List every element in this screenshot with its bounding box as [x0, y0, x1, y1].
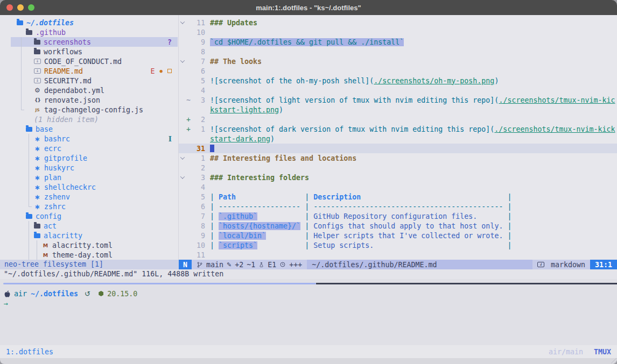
editor-line[interactable]: 6| ------------------- | ---------------… [179, 202, 617, 211]
editor-buffer[interactable]: 11### Updates109`cd $HOME/.dotfiles && g… [179, 15, 617, 260]
editor-line[interactable]: 31 [179, 144, 617, 153]
tree-item-label: alacritty [44, 232, 82, 240]
editor-line[interactable]: 5![screenshot of the oh-my-posh shell](.… [179, 76, 617, 85]
js-icon: JS [34, 106, 41, 113]
line-number: 8 [191, 222, 205, 230]
editor-line[interactable]: 9| `local/bin` | Helper scripts that I'v… [179, 231, 617, 240]
tree-item-renovate.json[interactable]: {}renovate.json [0, 95, 178, 105]
editor-line[interactable]: 5| Path | Description | [179, 192, 617, 202]
tree-item-base[interactable]: base [0, 124, 178, 134]
tree-item-alacritty.toml[interactable]: Malacritty.toml [0, 240, 178, 250]
line-text [205, 145, 617, 153]
tree-item-zshrc[interactable]: ∗zshrc [0, 202, 178, 211]
tree-item-gitprofile[interactable]: ∗gitprofile [0, 153, 178, 163]
line-number: 1 [191, 125, 205, 133]
folder-blue-icon [26, 214, 32, 219]
editor-line[interactable]: 4 [179, 182, 617, 192]
tree-item-code-of-conduct.md[interactable]: ↓CODE_OF_CONDUCT.md [0, 56, 178, 66]
editor-line[interactable]: +1![screenshot of dark version of tmux w… [179, 124, 617, 134]
tree-item-shellcheckrc[interactable]: ∗shellcheckrc [0, 182, 178, 192]
tree-item-ecrc[interactable]: ∗ecrc [0, 144, 178, 153]
tree-item-config[interactable]: config [0, 211, 178, 221]
line-text: kstart-light.png) [205, 106, 617, 114]
editor-line[interactable]: 7## The looks [179, 56, 617, 66]
pane-divider[interactable] [0, 283, 617, 284]
editor-line[interactable]: +2 [179, 115, 617, 124]
editor-line[interactable]: 9`cd $HOME/.dotfiles && git pull && ./in… [179, 37, 617, 47]
shell-prompt: air ~/.dotfiles ↺ 20.15.0 [0, 289, 617, 298]
hostname: air [14, 290, 27, 298]
line-text: ## The looks [205, 58, 617, 66]
tree-item-~-.dotfiles[interactable]: ~/.dotfiles [0, 18, 178, 27]
tree-item-workflows[interactable]: workflows [0, 47, 178, 56]
line-text: ## Interesting files and locations [205, 154, 617, 162]
markdown-icon: ↓ [537, 262, 544, 267]
editor-line[interactable]: 6 [179, 66, 617, 76]
tree-item-label: alacritty.toml [52, 241, 113, 249]
tree-item-screenshots[interactable]: screenshots? [0, 37, 178, 47]
tree-item-huskyrc[interactable]: ∗huskyrc [0, 163, 178, 173]
tree-item-label: bashrc [44, 135, 70, 143]
indent-guide [29, 221, 29, 231]
editor-line[interactable]: 11### Updates [179, 18, 617, 27]
editor-line[interactable]: 7| `.github` | GitHub Repository configu… [179, 211, 617, 221]
editor-line[interactable]: 10| `scripts` | Setup scripts. | [179, 240, 617, 250]
fold-chevron-icon[interactable] [179, 60, 186, 63]
neo-tree-panel: ~/.dotfiles.githubscreenshots?workflows↓… [0, 15, 179, 260]
tree-item-label: workflows [44, 48, 82, 56]
editor-line[interactable]: start-dark.png) [179, 134, 617, 144]
editor-line[interactable]: 11 [179, 250, 617, 260]
tree-item-tag-changelog-config.js[interactable]: JStag-changelog-config.js [0, 105, 178, 115]
editor-line[interactable]: 10 [179, 27, 617, 37]
editor-line[interactable]: 2 [179, 163, 617, 173]
line-number: 11 [191, 19, 205, 27]
tree-item--1-hidden-item-[interactable]: (1 hidden item) [0, 115, 178, 124]
mode-indicator: N [179, 260, 192, 269]
tmux-window-label[interactable]: 1:.dotfiles [6, 348, 53, 356]
star-icon: ∗ [34, 145, 41, 152]
fold-chevron-icon[interactable] [179, 176, 186, 179]
line-number: 8 [191, 48, 205, 56]
indent-guide [21, 47, 22, 56]
tree-item-label: SECURITY.md [44, 77, 92, 85]
neo-tree-status: neo-tree filesystem [1] [0, 260, 179, 269]
line-text: ### Interesting folders [205, 174, 617, 182]
indent-guide [37, 240, 37, 250]
titlebar[interactable]: main:1:.dotfiles - "ks~/.dotfiles" [0, 0, 617, 15]
editor-line[interactable]: kstart-light.png) [179, 105, 617, 115]
statusline: neo-tree filesystem [1] N main ✎ +2 ~1 E… [0, 260, 617, 269]
editor-line[interactable]: 1## Interesting files and locations [179, 153, 617, 163]
editor-line[interactable]: 3### Interesting folders [179, 173, 617, 182]
tree-item-label: act [44, 222, 57, 230]
tmux-right: air/main TMUX [549, 348, 611, 356]
editor-line[interactable]: 8| `hosts/{hostname}/` | Configs that sh… [179, 221, 617, 231]
fold-chevron-icon[interactable] [179, 156, 186, 160]
tree-item-readme.md[interactable]: ↓README.mdE● [0, 66, 178, 76]
tree-item-bashrc[interactable]: ∗bashrcI [0, 134, 178, 144]
tree-item-act[interactable]: act [0, 221, 178, 231]
line-number: 3 [191, 174, 205, 182]
tree-item-security.md[interactable]: ↓SECURITY.md [0, 76, 178, 85]
tree-item-alacritty[interactable]: alacritty [0, 231, 178, 240]
line-text: ![screenshot of the oh-my-posh shell](./… [205, 77, 617, 85]
indent-guide [21, 105, 24, 110]
line-number: 2 [191, 116, 205, 124]
tree-item-dependabot.yml[interactable]: ⚙dependabot.yml [0, 85, 178, 95]
fold-chevron-icon[interactable] [179, 21, 186, 24]
tree-item-.github[interactable]: .github [0, 27, 178, 37]
line-number: 6 [191, 67, 205, 75]
file-path: ~/.dotfiles/.github/README.md [307, 260, 532, 269]
lines-changed: ~1 [247, 261, 255, 269]
window-bottom-strip [0, 358, 617, 364]
editor-line[interactable]: 4 [179, 85, 617, 95]
shell-pane[interactable]: air ~/.dotfiles ↺ 20.15.0 → [0, 279, 617, 345]
line-number: 10 [191, 28, 205, 37]
line-text: `cd $HOME/.dotfiles && git pull && ./ins… [205, 38, 617, 46]
star-icon: ∗ [34, 165, 41, 172]
editor-line[interactable]: ~3![screenshot of light version of tmux … [179, 95, 617, 105]
tree-item-plan[interactable]: ∗plan [0, 173, 178, 182]
line-number: 11 [191, 251, 205, 259]
tree-item-theme-day.toml[interactable]: Mtheme-day.toml [0, 250, 178, 260]
tree-item-zshenv[interactable]: ∗zshenv [0, 192, 178, 202]
editor-line[interactable]: 8 [179, 47, 617, 56]
